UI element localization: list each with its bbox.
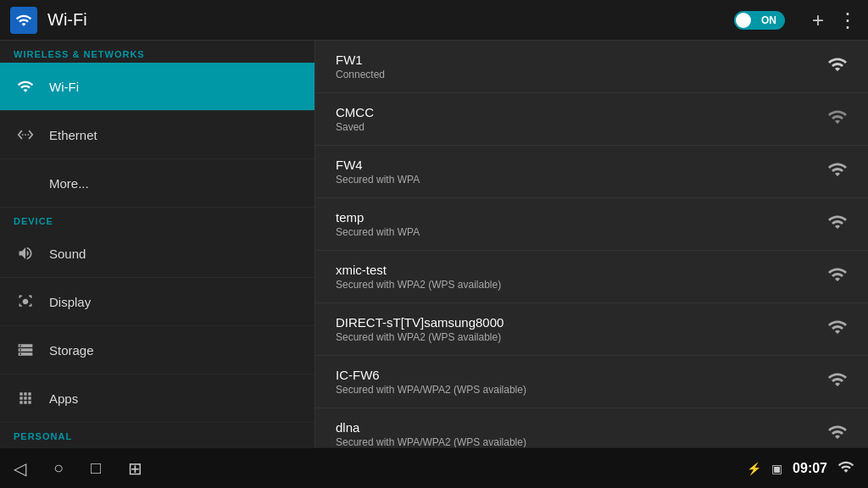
network-name: dlna [336,420,827,435]
gallery-icon: ▣ [771,462,782,475]
network-status: Saved [336,121,827,133]
network-status: Secured with WPA [336,226,827,238]
wifi-status-icon [837,458,854,478]
network-name: DIRECT-sT[TV]samsung8000 [336,315,827,330]
signal-icon [827,212,848,236]
signal-icon [827,54,848,79]
personal-section-label: PERSONAL [0,423,314,445]
toggle-on-label[interactable]: ON [734,11,785,30]
signal-icon [827,422,848,446]
wifi-toggle[interactable]: ON [734,11,785,30]
top-bar: Wi-Fi ON + ⋮ [0,0,868,41]
wifi-icon [14,75,37,98]
wifi-network-xmic-test[interactable]: xmic-test Secured with WPA2 (WPS availab… [315,251,868,303]
sidebar-item-storage[interactable]: Storage [0,326,314,374]
network-status: Secured with WPA/WPA2 (WPS available) [336,384,827,396]
signal-icon [827,107,848,131]
home-button[interactable]: ○ [53,458,64,478]
wireless-section-label: WIRELESS & NETWORKS [0,41,314,63]
status-bar: ⚡ ▣ 09:07 [747,458,854,478]
wifi-settings-icon [10,7,37,34]
wifi-label: Wi-Fi [49,80,79,94]
ethernet-label: Ethernet [49,128,97,142]
sound-icon [14,241,37,265]
storage-label: Storage [49,343,94,358]
usb-icon: ⚡ [747,462,761,475]
apps-label: Apps [49,391,78,406]
sidebar-item-apps[interactable]: Apps [0,374,314,423]
screenshot-button[interactable]: ⊞ [128,458,142,479]
wifi-network-fw4[interactable]: FW4 Secured with WPA [315,146,868,198]
main-content: WIRELESS & NETWORKS Wi-Fi Ethernet More.… [0,41,868,447]
storage-icon [14,338,37,362]
sidebar: WIRELESS & NETWORKS Wi-Fi Ethernet More.… [0,41,315,447]
signal-icon [827,264,848,289]
display-label: Display [49,295,91,309]
wifi-network-temp[interactable]: temp Secured with WPA [315,198,868,251]
network-status: Connected [336,69,827,80]
network-name: temp [336,210,827,225]
bottom-nav: ◁ ○ □ ⊞ ⚡ ▣ 09:07 [0,447,868,488]
wifi-network-list: FW1 Connected CMCC Saved FW4 [315,41,868,447]
sidebar-item-display[interactable]: Display [0,278,314,326]
network-status: Secured with WPA2 (WPS available) [336,331,827,343]
more-label: More... [49,176,89,191]
network-name: xmic-test [336,263,827,277]
network-name: CMCC [336,105,827,119]
sidebar-item-ethernet[interactable]: Ethernet [0,111,314,159]
back-button[interactable]: ◁ [14,458,26,479]
wifi-network-ic-fw6[interactable]: IC-FW6 Secured with WPA/WPA2 (WPS availa… [315,356,868,408]
wifi-network-fw1[interactable]: FW1 Connected [315,41,868,93]
sidebar-item-more[interactable]: More... [0,159,314,208]
wifi-network-dlna[interactable]: dlna Secured with WPA/WPA2 (WPS availabl… [315,408,868,447]
network-status: Secured with WPA2 (WPS available) [336,279,827,291]
wifi-network-direct-samsung[interactable]: DIRECT-sT[TV]samsung8000 Secured with WP… [315,303,868,356]
device-section-label: DEVICE [0,208,314,230]
wifi-network-cmcc[interactable]: CMCC Saved [315,93,868,146]
signal-icon [827,369,848,394]
sound-label: Sound [49,247,86,261]
page-title: Wi-Fi [47,10,734,30]
ethernet-icon [14,123,37,147]
display-icon [14,290,37,313]
sidebar-item-wifi[interactable]: Wi-Fi [0,63,314,111]
add-network-button[interactable]: + [812,8,824,32]
network-name: FW1 [336,53,827,67]
signal-icon [827,317,848,341]
more-icon [14,171,37,195]
clock: 09:07 [793,461,827,476]
recents-button[interactable]: □ [91,458,101,478]
network-name: IC-FW6 [336,368,827,382]
more-options-button[interactable]: ⋮ [837,8,858,32]
signal-icon [827,159,848,184]
network-name: FW4 [336,158,827,172]
sidebar-item-sound[interactable]: Sound [0,230,314,278]
apps-icon [14,386,37,410]
network-status: Secured with WPA [336,174,827,186]
network-status: Secured with WPA/WPA2 (WPS available) [336,436,827,447]
